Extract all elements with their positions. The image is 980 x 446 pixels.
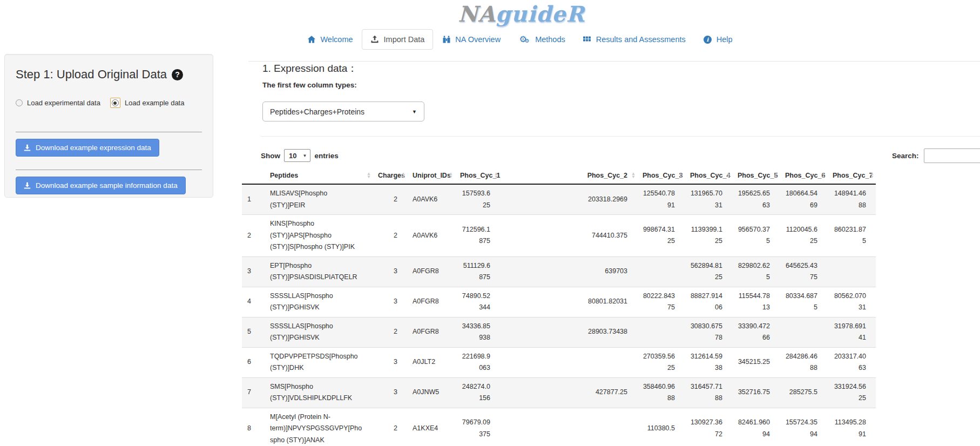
column-header-phos-cyc-7[interactable]: Phos_Cyc_7▲▼ xyxy=(827,167,876,184)
radio-focus-ring xyxy=(110,98,120,108)
table-cell xyxy=(500,408,637,446)
sort-arrows-icon[interactable]: ▲▼ xyxy=(821,172,826,179)
table-cell: 80222.84375 xyxy=(637,287,685,317)
table-cell xyxy=(500,347,637,377)
table-row[interactable]: 1MLISAVS[Phospho (STY)]PEIR2A0AVK6157593… xyxy=(242,184,876,215)
sidebar-divider xyxy=(16,170,202,170)
search-input[interactable] xyxy=(924,148,980,163)
button-label: Download example expression data xyxy=(36,144,151,152)
table-row[interactable]: 4SSSSLLAS[Phospho (STY)]PGHISVK3A0FGR874… xyxy=(242,287,876,317)
download-expression-data-button[interactable]: Download example expression data xyxy=(16,139,159,157)
table-cell: TQDPVPPETPSDS[Phospho (STY)]DHK xyxy=(265,347,373,377)
table-cell: 33390.47266 xyxy=(732,317,780,347)
sort-arrows-icon[interactable]: ▲▼ xyxy=(726,172,731,179)
tab-import-data[interactable]: Import Data xyxy=(362,29,434,50)
table-cell: 427877.25 xyxy=(500,377,637,408)
table-row[interactable]: 2KINS[Phospho (STY)]APS[Phospho (STY)]S[… xyxy=(242,215,876,257)
table-row[interactable]: 8M[Acetyl (Protein N-term)]NPVYSPGSSGVPY… xyxy=(242,408,876,446)
column-header-label: Phos_Cyc_6 xyxy=(785,172,825,179)
table-cell: 80801.82031 xyxy=(500,287,637,317)
page-size-select[interactable]: 10 ▼ xyxy=(284,149,310,162)
table-cell: 195625.6563 xyxy=(732,184,780,215)
table-cell: KINS[Phospho (STY)]APS[Phospho (STY)]S[P… xyxy=(265,215,373,257)
download-icon xyxy=(24,182,31,189)
row-index: 7 xyxy=(242,377,265,408)
column-header-phos-cyc-5[interactable]: Phos_Cyc_5▲▼ xyxy=(732,167,780,184)
table-cell: 511129.6875 xyxy=(455,256,500,287)
column-types-dropdown[interactable]: Peptides+Charges+Proteins ▼ xyxy=(262,102,424,121)
column-header-phos-cyc-1[interactable]: Phos_Cyc_1▲▼ xyxy=(455,167,500,184)
table-row[interactable]: 5SSSSLLAS[Phospho (STY)]PGHISVK2A0FGR834… xyxy=(242,317,876,347)
table-icon xyxy=(583,35,592,44)
radio-label: Load example data xyxy=(125,99,185,107)
row-index: 2 xyxy=(242,215,265,257)
tab-label: Help xyxy=(717,35,733,44)
table-cell: 82461.96094 xyxy=(732,408,780,446)
table-cell: 639703 xyxy=(500,256,637,287)
table-cell: 316457.7188 xyxy=(685,377,732,408)
radio-label: Load experimental data xyxy=(27,99,100,107)
tab-label: Results and Assessments xyxy=(596,35,686,44)
sort-arrows-icon[interactable]: ▲▼ xyxy=(401,172,405,179)
sort-arrows-icon[interactable]: ▲▼ xyxy=(449,172,453,179)
table-cell: 1120045.625 xyxy=(780,215,827,257)
upload-icon xyxy=(370,35,380,44)
sort-arrows-icon[interactable]: ▲▼ xyxy=(494,172,498,179)
table-cell: 285275.5 xyxy=(780,377,827,408)
tab-welcome[interactable]: Welcome xyxy=(298,29,361,50)
tab-results-assessments[interactable]: Results and Assessments xyxy=(574,29,694,50)
radio-circle-icon[interactable] xyxy=(112,99,119,106)
tab-label: Methods xyxy=(535,35,565,44)
entries-label: entries xyxy=(314,152,338,160)
tab-methods[interactable]: ⚙⚙ Methods xyxy=(509,29,574,50)
tab-label: NA Overview xyxy=(455,35,501,44)
table-cell xyxy=(780,317,827,347)
sort-arrows-icon[interactable]: ▲▼ xyxy=(631,172,636,179)
sort-arrows-icon[interactable]: ▲▼ xyxy=(367,172,371,179)
table-cell: MLISAVS[Phospho (STY)]PEIR xyxy=(265,184,373,215)
table-cell: 80562.07031 xyxy=(827,287,876,317)
column-header-phos-cyc-4[interactable]: Phos_Cyc_4▲▼ xyxy=(685,167,732,184)
tab-na-overview[interactable]: NA Overview xyxy=(433,29,509,50)
sort-arrows-icon[interactable]: ▲▼ xyxy=(870,172,874,179)
table-cell: 155724.3594 xyxy=(780,408,827,446)
table-cell: 284286.4688 xyxy=(780,347,827,377)
radio-circle-icon[interactable] xyxy=(16,99,23,106)
table-header-row: Peptides▲▼ Charges▲▼ Uniprot_IDs▲▼ Phos_… xyxy=(242,167,876,184)
table-row[interactable]: 6TQDPVPPETPSDS[Phospho (STY)]DHK3A0JLT22… xyxy=(242,347,876,377)
column-header-phos-cyc-3[interactable]: Phos_Cyc_3▲▼ xyxy=(637,167,685,184)
table-cell: SMS[Phospho (STY)]VDLSHIPLKDPLLFK xyxy=(265,377,373,408)
main-nav: Welcome Import Data NA Overview ⚙⚙ Metho… xyxy=(30,29,980,50)
radio-load-experimental-data[interactable]: Load experimental data xyxy=(16,99,100,107)
download-icon xyxy=(24,144,31,151)
column-header-peptides[interactable]: Peptides▲▼ xyxy=(265,167,373,184)
table-cell: 312614.5938 xyxy=(685,347,732,377)
sort-arrows-icon[interactable]: ▲▼ xyxy=(679,172,683,179)
table-cell: 744410.375 xyxy=(500,215,637,257)
binoculars-icon xyxy=(442,35,451,44)
radio-load-example-data[interactable]: Load example data xyxy=(110,98,185,108)
column-header-label: Phos_Cyc_4 xyxy=(690,172,730,179)
table-cell: 248274.0156 xyxy=(455,377,500,408)
button-label: Download example sample information data xyxy=(36,181,178,190)
download-sample-information-button[interactable]: Download example sample information data xyxy=(16,177,186,194)
tab-help[interactable]: i Help xyxy=(694,29,741,50)
question-circle-icon[interactable]: ? xyxy=(172,69,183,80)
expression-data-heading: 1. Expression data： xyxy=(262,62,357,76)
table-cell: 645625.4375 xyxy=(780,256,827,287)
select-arrow-icon: ▼ xyxy=(302,153,307,158)
column-header-rownum xyxy=(242,167,265,184)
column-header-label: Phos_Cyc_7 xyxy=(833,172,873,179)
table-row[interactable]: 3EPT[Phospho (STY)]PSIASDISLPIATQELR3A0F… xyxy=(242,256,876,287)
table-cell: 358460.9688 xyxy=(637,377,685,408)
table-cell: A0FGR8 xyxy=(407,317,455,347)
column-header-phos-cyc-2[interactable]: Phos_Cyc_2▲▼ xyxy=(500,167,637,184)
column-header-charges[interactable]: Charges▲▼ xyxy=(373,167,407,184)
table-cell: 331924.5625 xyxy=(827,377,876,408)
column-header-uniprot-ids[interactable]: Uniprot_IDs▲▼ xyxy=(407,167,455,184)
column-header-label: Uniprot_IDs xyxy=(413,172,451,179)
column-header-phos-cyc-6[interactable]: Phos_Cyc_6▲▼ xyxy=(780,167,827,184)
table-row[interactable]: 7SMS[Phospho (STY)]VDLSHIPLKDPLLFK3A0JNW… xyxy=(242,377,876,408)
sort-arrows-icon[interactable]: ▲▼ xyxy=(774,172,778,179)
table-cell xyxy=(637,317,685,347)
